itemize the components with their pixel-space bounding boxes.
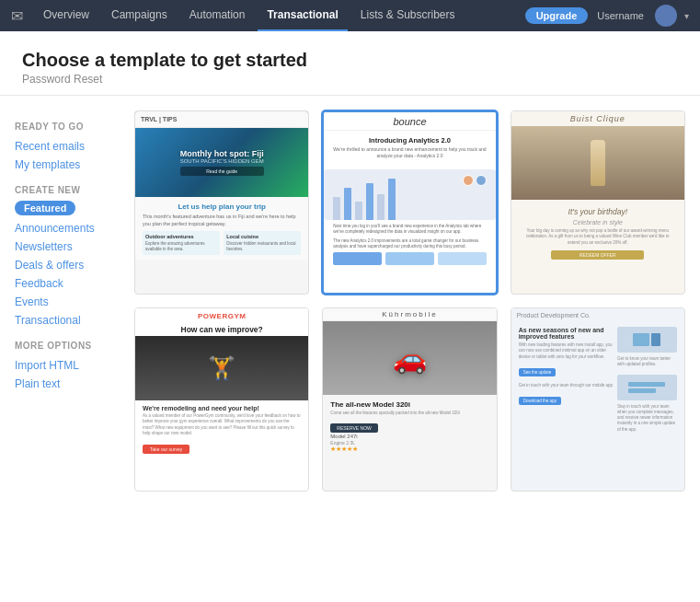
page-subtitle: Password Reset: [22, 73, 678, 86]
sidebar-item-recent-emails[interactable]: Recent emails: [15, 137, 105, 156]
chevron-down-icon[interactable]: ▾: [684, 11, 689, 21]
product-left: As new seasons of new and improved featu…: [519, 327, 614, 435]
product-img-1: [617, 327, 677, 353]
car-visual: 🚗: [393, 342, 427, 375]
template-card-car[interactable]: Kührmobile 🚗 The all-new Model 320i Come…: [322, 307, 497, 492]
sidebar-item-deals-offers[interactable]: Deals & offers: [15, 256, 105, 274]
car-header: Kührmobile: [323, 308, 496, 321]
travel-col1: Outdoor adventures Explore the amazing a…: [143, 231, 220, 255]
product-body: As new seasons of new and improved featu…: [511, 321, 684, 441]
page-container: Choose a template to get started Passwor…: [0, 31, 700, 602]
sidebar: READY TO GO Recent emails My templates C…: [0, 110, 120, 587]
username-label: Username: [597, 10, 644, 21]
page-title: Choose a template to get started: [22, 50, 678, 71]
nav-item-overview[interactable]: Overview: [34, 0, 98, 31]
sidebar-section-more-options: MORE OPTIONS: [15, 341, 105, 351]
mail-icon: ✉: [11, 7, 23, 25]
travel-columns: Outdoor adventures Explore the amazing a…: [143, 231, 301, 255]
car-logo: Kührmobile: [382, 310, 437, 318]
avatar[interactable]: [655, 5, 677, 27]
sidebar-section-ready-go: READY TO GO: [15, 122, 105, 132]
travel-logo: TRVL | TIPS: [141, 116, 177, 122]
car-body: The all-new Model 320i Come see all the …: [323, 395, 496, 458]
nav-item-transactional[interactable]: Transactional: [258, 0, 347, 31]
sidebar-item-my-templates[interactable]: My templates: [15, 156, 105, 174]
sidebar-item-newsletters[interactable]: Newsletters: [15, 237, 105, 256]
gym-title: How can we improve?: [135, 323, 308, 336]
gym-cta: Take our survey: [143, 445, 189, 454]
template-card-product[interactable]: Product Development Co. As new seasons o…: [511, 307, 685, 492]
gym-subtitle: We're remodeling and need your help!: [143, 405, 301, 411]
sidebar-item-events[interactable]: Events: [15, 293, 105, 311]
bounce-avatars: [463, 175, 487, 186]
car-stars: ★★★★★: [330, 446, 488, 453]
travel-sub: SOUTH PACIFIC'S HIDDEN GEM: [180, 158, 264, 164]
travel-body-headline: Let us help plan your trip: [143, 203, 301, 211]
sidebar-item-plain-text[interactable]: Plain text: [15, 375, 105, 393]
bounce-body: Next time you log in you'll see a brand …: [324, 224, 495, 269]
gym-logo: POWERGYM: [198, 312, 246, 320]
birthday-image: [511, 126, 684, 200]
bounce-header: bounce: [324, 112, 495, 131]
birthday-title: It's your birthday!: [521, 207, 675, 216]
product-logo: Product Development Co.: [517, 312, 591, 318]
birthday-cta: REDEEM OFFER: [551, 250, 644, 260]
upgrade-button[interactable]: Upgrade: [525, 7, 589, 24]
car-image: 🚗: [323, 321, 496, 395]
sidebar-item-transactional[interactable]: Transactional: [15, 311, 105, 330]
bounce-subtitle: We're thrilled to announce a brand new e…: [333, 146, 486, 158]
bounce-hero: Introducing Analytics 2.0 We're thrilled…: [324, 131, 495, 169]
travel-body: Let us help plan your trip This month's …: [135, 197, 308, 260]
car-model: Model 247i: [330, 434, 488, 439]
template-card-birthday[interactable]: Buist Clique It's your birthday! Celebra…: [511, 110, 685, 295]
top-navigation: ✉ Overview Campaigns Automation Transact…: [0, 0, 700, 31]
product-cta2: Download the app: [519, 397, 561, 405]
nav-item-lists-subscribers[interactable]: Lists & Subscribers: [351, 0, 465, 31]
travel-body-text: This month's featured adventure has us i…: [143, 214, 301, 227]
sidebar-item-announcements[interactable]: Announcements: [15, 219, 105, 237]
template-grid: TRVL | TIPS Monthly hot spot: Fiji SOUTH…: [120, 110, 700, 587]
travel-headline: Monthly hot spot: Fiji: [180, 149, 264, 158]
sidebar-featured-badge[interactable]: Featured: [15, 201, 75, 215]
sidebar-item-import-html[interactable]: Import HTML: [15, 356, 105, 375]
birthday-bottle: [591, 140, 605, 186]
travel-image: Monthly hot spot: Fiji SOUTH PACIFIC'S H…: [135, 128, 308, 197]
gym-body: We're remodeling and need your help! As …: [135, 400, 308, 458]
sidebar-section-create-new: CREATE NEW: [15, 185, 105, 195]
bounce-title: Introducing Analytics 2.0: [333, 136, 486, 145]
product-right: Get to know your team better with update…: [617, 327, 677, 435]
nav-item-automation[interactable]: Automation: [180, 0, 255, 31]
gym-header: POWERGYM: [135, 308, 308, 323]
gym-image: 🏋: [135, 336, 308, 400]
template-card-bounce[interactable]: bounce Introducing Analytics 2.0 We're t…: [322, 110, 497, 295]
template-card-travel[interactable]: TRVL | TIPS Monthly hot spot: Fiji SOUTH…: [134, 110, 309, 295]
product-img-2: [617, 375, 677, 400]
page-header: Choose a template to get started Passwor…: [0, 31, 700, 96]
template-card-gym[interactable]: POWERGYM How can we improve? 🏋 We're rem…: [134, 307, 309, 492]
bounce-stat-row: [333, 252, 486, 265]
nav-item-campaigns[interactable]: Campaigns: [102, 0, 177, 31]
car-cta: RESERVE NOW: [330, 423, 377, 433]
travel-cta: Read the guide: [180, 167, 264, 176]
bounce-chart-area: [324, 169, 495, 220]
sidebar-item-feedback[interactable]: Feedback: [15, 274, 105, 293]
travel-col2: Local cuisine Discover hidden restaurant…: [224, 231, 301, 255]
birthday-header: Buist Clique: [511, 111, 684, 126]
content-area: READY TO GO Recent emails My templates C…: [0, 96, 700, 602]
product-title: As new seasons of new and improved featu…: [519, 327, 614, 340]
product-section2: Get in touch with your team through our …: [519, 383, 614, 408]
product-header: Product Development Co.: [511, 308, 684, 321]
birthday-body: It's your birthday! Celebrate in style Y…: [511, 200, 684, 267]
car-title: The all-new Model 320i: [330, 400, 488, 409]
birthday-logo: Buist Clique: [570, 114, 625, 123]
bounce-logo: bounce: [393, 116, 426, 127]
travel-header: TRVL | TIPS: [135, 111, 308, 128]
product-cta1: See the update: [519, 368, 557, 376]
birthday-subtitle: Celebrate in style: [521, 219, 675, 226]
